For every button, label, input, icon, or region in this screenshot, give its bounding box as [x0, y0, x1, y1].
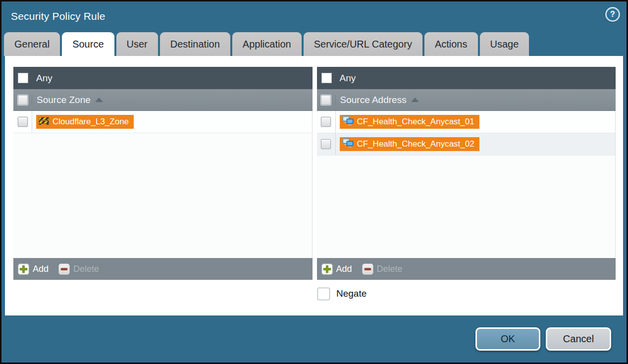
source-address-any-label: Any	[340, 73, 356, 84]
source-zone-toolbar: Add Delete	[13, 258, 313, 280]
address-object-label: CF_Health_Check_Anycast_02	[357, 139, 474, 149]
negate-checkbox[interactable]	[317, 288, 330, 300]
add-button-label: Add	[336, 264, 352, 274]
address-object-chip[interactable]: CF_Health_Check_Anycast_02	[340, 137, 479, 151]
source-zone-grid: Cloudflare_L3_Zone	[13, 111, 313, 258]
zone-object-label: Cloudflare_L3_Zone	[52, 117, 129, 127]
delete-button-label: Delete	[377, 264, 403, 274]
source-zone-delete-button[interactable]: Delete	[58, 263, 99, 275]
delete-button-label: Delete	[73, 264, 99, 274]
source-address-add-button[interactable]: Add	[321, 263, 352, 275]
zone-object-chip[interactable]: Cloudflare_L3_Zone	[36, 115, 134, 129]
delete-minus-icon	[362, 263, 373, 275]
source-tab-content: Any Source Zone	[5, 56, 623, 315]
sort-ascending-icon	[95, 98, 103, 102]
source-zone-select-all-checkbox[interactable]	[18, 95, 28, 105]
add-button-label: Add	[33, 264, 49, 274]
titlebar: Security Policy Rule ?	[1, 1, 627, 31]
dialog-title: Security Policy Rule	[11, 1, 105, 31]
cancel-button[interactable]: Cancel	[546, 327, 611, 351]
source-address-toolbar: Add Delete	[317, 258, 616, 280]
address-object-chip[interactable]: CF_Health_Check_Anycast_01	[340, 115, 479, 129]
tab-user[interactable]: User	[116, 32, 158, 56]
source-zone-any-header: Any	[13, 67, 313, 89]
panels: Any Source Zone	[13, 67, 616, 280]
ok-button[interactable]: OK	[475, 327, 540, 351]
source-address-column-header[interactable]: Source Address	[317, 89, 616, 111]
source-address-grid: CF_Health_Check_Anycast_01	[317, 111, 616, 258]
source-zone-any-checkbox[interactable]	[18, 73, 28, 83]
address-icon	[342, 116, 354, 128]
table-row: Cloudflare_L3_Zone	[13, 111, 312, 133]
tab-application[interactable]: Application	[232, 32, 302, 56]
source-address-row1-checkbox[interactable]	[321, 117, 331, 127]
source-zone-panel: Any Source Zone	[13, 67, 313, 280]
source-zone-any-label: Any	[36, 73, 52, 84]
source-address-any-header: Any	[317, 67, 616, 89]
source-zone-column-title: Source Zone	[37, 95, 91, 105]
table-row: CF_Health_Check_Anycast_02	[317, 133, 616, 156]
negate-row: Negate	[317, 287, 366, 301]
add-plus-icon	[321, 263, 333, 275]
negate-label: Negate	[336, 288, 366, 299]
source-address-delete-button[interactable]: Delete	[362, 263, 403, 275]
tab-service-url-category[interactable]: Service/URL Category	[304, 32, 422, 56]
sort-ascending-icon	[411, 98, 419, 102]
source-zone-add-button[interactable]: Add	[18, 263, 49, 275]
tab-usage[interactable]: Usage	[480, 32, 529, 56]
help-icon[interactable]: ?	[605, 7, 620, 22]
security-policy-rule-dialog: Security Policy Rule ? General Source Us…	[0, 0, 628, 364]
tab-actions[interactable]: Actions	[424, 32, 478, 56]
address-icon	[342, 138, 354, 151]
source-address-row2-checkbox[interactable]	[321, 139, 331, 149]
source-zone-row-checkbox[interactable]	[18, 117, 28, 127]
source-address-select-all-checkbox[interactable]	[321, 95, 331, 105]
tab-source[interactable]: Source	[62, 32, 114, 56]
tab-destination[interactable]: Destination	[160, 32, 230, 56]
add-plus-icon	[18, 263, 29, 275]
delete-minus-icon	[58, 263, 70, 275]
source-address-column-title: Source Address	[340, 95, 407, 105]
source-address-any-checkbox[interactable]	[321, 73, 332, 83]
tab-bar: General Source User Destination Applicat…	[4, 32, 624, 56]
address-object-label: CF_Health_Check_Anycast_01	[357, 117, 474, 127]
tab-general[interactable]: General	[4, 32, 60, 56]
source-address-panel: Any Source Address	[317, 67, 616, 280]
table-row: CF_Health_Check_Anycast_01	[317, 111, 616, 133]
source-zone-column-header[interactable]: Source Zone	[13, 89, 313, 111]
zone-icon	[39, 116, 49, 128]
